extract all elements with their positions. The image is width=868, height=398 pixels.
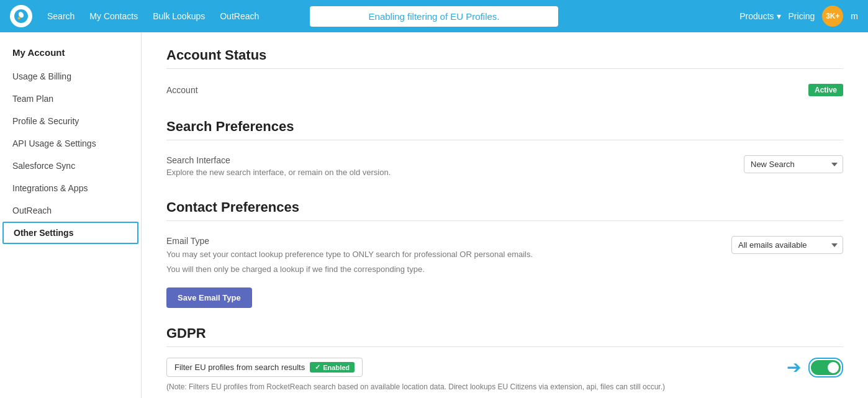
email-type-info: Email Type You may set your contact look…: [166, 236, 533, 275]
nav-products[interactable]: Products ▾: [739, 11, 780, 21]
nav-outreach[interactable]: OutReach: [220, 11, 259, 21]
divider-account: [166, 68, 843, 69]
search-interface-label: Search Interface: [166, 155, 391, 165]
gdpr-filter-box: Filter EU profiles from search results ✓…: [166, 358, 363, 377]
status-badge: Active: [808, 84, 843, 96]
svg-point-2: [18, 17, 20, 19]
divider-gdpr: [166, 346, 843, 347]
nav-pricing[interactable]: Pricing: [789, 11, 815, 21]
arrow-right-icon: ➔: [787, 357, 801, 378]
gdpr-toggle[interactable]: [811, 360, 841, 375]
divider-search: [166, 140, 843, 140]
gdpr-section: GDPR Filter EU profiles from search resu…: [166, 325, 843, 391]
account-status-row: Account Active: [166, 79, 843, 101]
contact-preferences-title: Contact Preferences: [166, 199, 843, 215]
logo[interactable]: [10, 5, 32, 27]
account-label: Account: [166, 85, 198, 95]
user-initial[interactable]: m: [851, 11, 858, 21]
contact-preferences-section: Contact Preferences Email Type You may s…: [166, 199, 843, 308]
gdpr-filter-label: Filter EU profiles from search results: [174, 363, 305, 372]
gdpr-toggle-area: ➔: [787, 357, 843, 378]
email-type-select[interactable]: All emails available Professional only P…: [731, 236, 843, 254]
chevron-down-icon: ▾: [777, 11, 781, 21]
gdpr-title: GDPR: [166, 325, 843, 341]
sidebar: My Account Usage & Billing Team Plan Pro…: [0, 32, 142, 398]
avatar[interactable]: 3K+: [822, 6, 843, 27]
nav-search[interactable]: Search: [47, 11, 75, 21]
check-icon: ✓: [315, 363, 320, 371]
search-interface-select[interactable]: New Search Old Search: [744, 155, 843, 173]
email-type-desc1: You may set your contact lookup preferen…: [166, 248, 533, 261]
sidebar-item-team-plan[interactable]: Team Plan: [0, 88, 141, 110]
sidebar-item-integrations[interactable]: Integrations & Apps: [0, 177, 141, 199]
topnav-right: Products ▾ Pricing 3K+ m: [739, 6, 858, 27]
search-interface-desc: Explore the new search interface, or rem…: [166, 168, 391, 177]
sidebar-item-profile-security[interactable]: Profile & Security: [0, 110, 141, 132]
nav-bulk-lookups[interactable]: Bulk Lookups: [153, 11, 205, 21]
search-interface-row: Search Interface Explore the new search …: [166, 150, 843, 182]
gdpr-note: (Note: Filters EU profiles from RocketRe…: [166, 382, 843, 391]
gdpr-enabled-badge: ✓ Enabled: [310, 362, 355, 373]
account-status-title: Account Status: [166, 47, 843, 63]
sidebar-item-api-usage[interactable]: API Usage & Settings: [0, 132, 141, 155]
email-type-label: Email Type: [166, 236, 533, 246]
gdpr-filter-row: Filter EU profiles from search results ✓…: [166, 357, 843, 378]
sidebar-item-other-settings[interactable]: Other Settings: [2, 222, 138, 244]
main-content: Account Status Account Active Search Pre…: [142, 32, 868, 398]
sidebar-section-title: My Account: [0, 42, 141, 65]
search-interface-info: Search Interface Explore the new search …: [166, 155, 391, 177]
account-status-section: Account Status Account Active: [166, 47, 843, 101]
email-type-desc2: You will then only be charged a lookup i…: [166, 263, 533, 276]
divider-contact: [166, 220, 843, 221]
sidebar-item-salesforce-sync[interactable]: Salesforce Sync: [0, 155, 141, 177]
page-layout: My Account Usage & Billing Team Plan Pro…: [0, 32, 868, 398]
nav-my-contacts[interactable]: My Contacts: [89, 11, 138, 21]
search-select-wrap: New Search Old Search: [744, 155, 843, 173]
topnav: Search My Contacts Bulk Lookups OutReach…: [0, 0, 868, 32]
email-type-select-wrap: All emails available Professional only P…: [731, 236, 843, 254]
sidebar-item-outreach[interactable]: OutReach: [0, 199, 141, 222]
search-preferences-title: Search Preferences: [166, 119, 843, 135]
search-preferences-section: Search Preferences Search Interface Expl…: [166, 119, 843, 182]
sidebar-item-usage-billing[interactable]: Usage & Billing: [0, 65, 141, 88]
email-type-row: Email Type You may set your contact look…: [166, 231, 843, 280]
gdpr-toggle-wrap[interactable]: [808, 358, 843, 378]
topnav-banner: Enabling filtering of EU Profiles.: [310, 6, 558, 27]
save-email-type-button[interactable]: Save Email Type: [166, 287, 252, 308]
